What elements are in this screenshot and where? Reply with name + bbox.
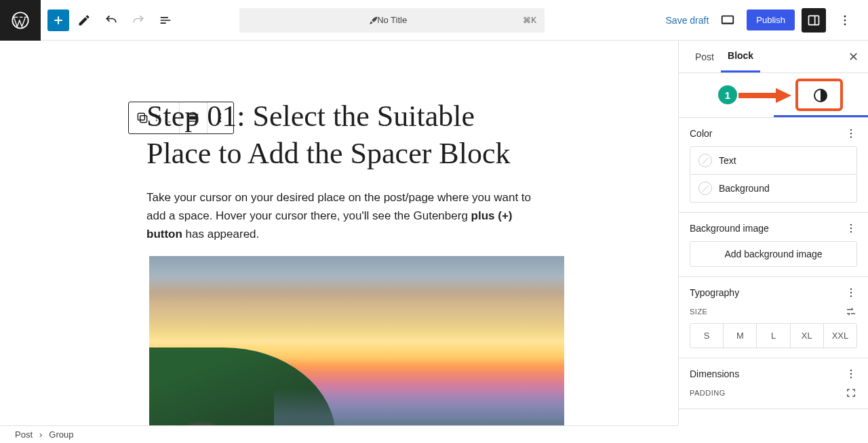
document-title: No Title xyxy=(377,15,407,25)
bg-image-title: Background image xyxy=(690,223,769,234)
command-shortcut: ⌘K xyxy=(523,16,536,25)
breadcrumb-group[interactable]: Group xyxy=(49,429,73,440)
document-overview-button[interactable] xyxy=(153,8,178,33)
svg-rect-2 xyxy=(808,16,818,24)
more-vertical-icon[interactable] xyxy=(845,222,857,234)
more-vertical-icon[interactable] xyxy=(845,127,857,140)
sliders-icon[interactable] xyxy=(845,305,857,318)
post-content: Step 01: Select the Suitable Place to Ad… xyxy=(65,98,613,425)
edit-tool-button[interactable] xyxy=(72,8,96,33)
background-color-label: Background xyxy=(719,183,770,194)
svg-point-5 xyxy=(844,23,846,25)
svg-point-31 xyxy=(850,377,852,378)
settings-sidebar: Post Block ✕ 1 Color xyxy=(678,41,868,425)
size-options: S M L XL XXL xyxy=(690,323,857,348)
typography-title: Typography xyxy=(690,287,739,298)
dimensions-title: Dimensions xyxy=(690,368,739,379)
color-panel-title: Color xyxy=(690,128,712,139)
save-draft-button[interactable]: Save draft xyxy=(666,15,709,26)
document-title-bar[interactable]: No Title ⌘K xyxy=(239,8,545,33)
background-color-row[interactable]: Background xyxy=(690,175,857,203)
feather-icon xyxy=(368,15,379,26)
svg-rect-1 xyxy=(722,16,734,23)
svg-point-30 xyxy=(850,373,852,375)
svg-point-21 xyxy=(850,133,852,134)
size-l[interactable]: L xyxy=(757,324,790,347)
sidebar-tabs: Post Block ✕ xyxy=(679,41,868,73)
post-heading[interactable]: Step 01: Select the Suitable Place to Ad… xyxy=(146,98,532,172)
svg-point-22 xyxy=(850,136,852,138)
publish-button[interactable]: Publish xyxy=(747,9,795,30)
post-paragraph[interactable]: Take your cursor on your desired place o… xyxy=(146,188,532,244)
swatch-icon xyxy=(698,182,712,195)
text-color-row[interactable]: Text xyxy=(690,146,857,175)
padding-label: PADDING xyxy=(690,389,726,397)
tab-block[interactable]: Block xyxy=(721,41,760,72)
wordpress-logo[interactable] xyxy=(0,0,41,41)
background-image-panel: Background image Add background image xyxy=(679,213,868,277)
unlink-sides-icon[interactable] xyxy=(845,387,857,399)
size-xl[interactable]: XL xyxy=(791,324,824,347)
chevron-right-icon: › xyxy=(39,429,42,440)
more-vertical-icon[interactable] xyxy=(845,368,857,380)
main-area: ⌃⌄ Step 01: Select the Suitable Place to… xyxy=(0,41,868,425)
annotation-badge: 1 xyxy=(718,85,737,104)
top-left-tools xyxy=(41,8,184,33)
redo-button[interactable] xyxy=(126,8,151,33)
color-panel: Color Text Background xyxy=(679,118,868,213)
editor-canvas[interactable]: ⌃⌄ Step 01: Select the Suitable Place to… xyxy=(0,41,678,425)
more-vertical-icon[interactable] xyxy=(845,287,857,299)
svg-point-27 xyxy=(850,292,852,293)
undo-button[interactable] xyxy=(99,8,123,33)
typography-panel: Typography SIZE S M L XL XXL xyxy=(679,277,868,358)
svg-point-24 xyxy=(850,228,852,229)
svg-point-29 xyxy=(850,370,852,371)
svg-point-23 xyxy=(850,224,852,226)
add-bg-image-button[interactable]: Add background image xyxy=(690,241,857,267)
add-block-button[interactable] xyxy=(47,9,69,31)
top-right-tools: Save draft Publish xyxy=(655,8,868,33)
sidebar-toggle-button[interactable] xyxy=(802,8,826,33)
size-m[interactable]: M xyxy=(724,324,757,347)
top-toolbar: No Title ⌘K Save draft Publish xyxy=(0,0,868,41)
annotation-arrow-icon xyxy=(738,87,793,104)
size-s[interactable]: S xyxy=(690,324,724,347)
body-text-suffix: has appeared. xyxy=(182,228,259,240)
annotation-highlight xyxy=(795,79,843,111)
tab-post[interactable]: Post xyxy=(688,42,721,72)
svg-point-4 xyxy=(844,19,846,21)
size-label: SIZE xyxy=(690,308,707,316)
view-button[interactable] xyxy=(715,8,740,33)
breadcrumb: Post › Group xyxy=(0,425,678,443)
svg-point-3 xyxy=(844,15,846,17)
swatch-icon xyxy=(698,154,712,167)
block-style-tabs: 1 xyxy=(679,73,868,118)
more-options-button[interactable] xyxy=(833,8,857,33)
svg-point-20 xyxy=(850,129,852,131)
breadcrumb-post[interactable]: Post xyxy=(15,429,33,440)
size-xxl[interactable]: XXL xyxy=(824,324,856,347)
dimensions-panel: Dimensions PADDING xyxy=(679,358,868,409)
svg-point-26 xyxy=(850,289,852,290)
svg-point-28 xyxy=(850,295,852,297)
text-color-label: Text xyxy=(719,155,736,166)
svg-point-25 xyxy=(850,231,852,232)
close-sidebar-button[interactable]: ✕ xyxy=(848,49,859,64)
post-image[interactable] xyxy=(149,256,564,425)
